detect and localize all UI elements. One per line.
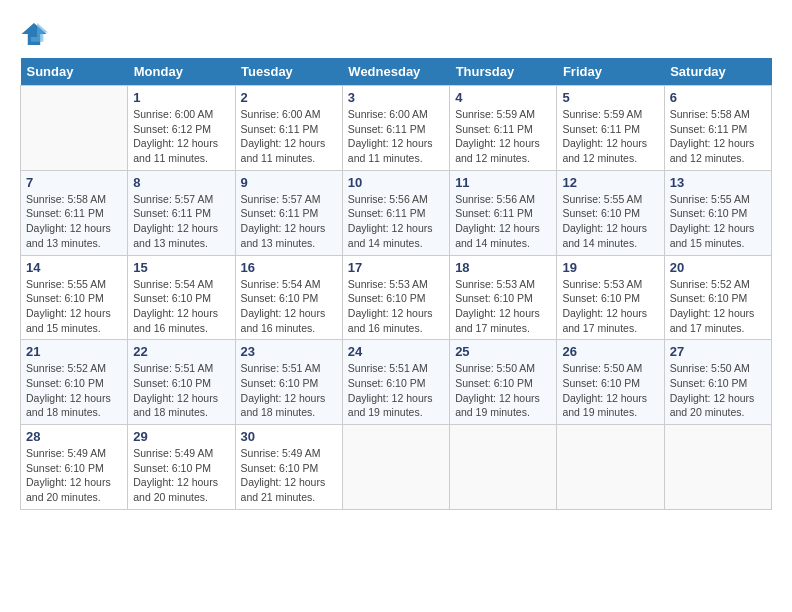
day-number: 22 — [133, 344, 229, 359]
weekday-header-tuesday: Tuesday — [235, 58, 342, 86]
day-number: 30 — [241, 429, 337, 444]
day-number: 12 — [562, 175, 658, 190]
calendar-cell — [450, 425, 557, 510]
calendar-cell: 21Sunrise: 5:52 AM Sunset: 6:10 PM Dayli… — [21, 340, 128, 425]
weekday-header-saturday: Saturday — [664, 58, 771, 86]
calendar-week-row: 7Sunrise: 5:58 AM Sunset: 6:11 PM Daylig… — [21, 170, 772, 255]
calendar-cell: 2Sunrise: 6:00 AM Sunset: 6:11 PM Daylig… — [235, 86, 342, 171]
day-number: 8 — [133, 175, 229, 190]
day-info: Sunrise: 5:51 AM Sunset: 6:10 PM Dayligh… — [241, 361, 337, 420]
day-number: 11 — [455, 175, 551, 190]
day-info: Sunrise: 5:58 AM Sunset: 6:11 PM Dayligh… — [670, 107, 766, 166]
day-info: Sunrise: 5:50 AM Sunset: 6:10 PM Dayligh… — [562, 361, 658, 420]
calendar-cell: 26Sunrise: 5:50 AM Sunset: 6:10 PM Dayli… — [557, 340, 664, 425]
day-info: Sunrise: 5:52 AM Sunset: 6:10 PM Dayligh… — [26, 361, 122, 420]
calendar-cell — [557, 425, 664, 510]
day-info: Sunrise: 5:54 AM Sunset: 6:10 PM Dayligh… — [241, 277, 337, 336]
calendar-cell: 12Sunrise: 5:55 AM Sunset: 6:10 PM Dayli… — [557, 170, 664, 255]
calendar-cell: 13Sunrise: 5:55 AM Sunset: 6:10 PM Dayli… — [664, 170, 771, 255]
calendar-cell: 18Sunrise: 5:53 AM Sunset: 6:10 PM Dayli… — [450, 255, 557, 340]
calendar-week-row: 28Sunrise: 5:49 AM Sunset: 6:10 PM Dayli… — [21, 425, 772, 510]
day-info: Sunrise: 5:55 AM Sunset: 6:10 PM Dayligh… — [670, 192, 766, 251]
day-info: Sunrise: 6:00 AM Sunset: 6:11 PM Dayligh… — [241, 107, 337, 166]
day-info: Sunrise: 5:54 AM Sunset: 6:10 PM Dayligh… — [133, 277, 229, 336]
logo-icon — [20, 20, 48, 48]
day-info: Sunrise: 5:49 AM Sunset: 6:10 PM Dayligh… — [241, 446, 337, 505]
calendar-week-row: 1Sunrise: 6:00 AM Sunset: 6:12 PM Daylig… — [21, 86, 772, 171]
calendar-cell: 4Sunrise: 5:59 AM Sunset: 6:11 PM Daylig… — [450, 86, 557, 171]
day-info: Sunrise: 5:55 AM Sunset: 6:10 PM Dayligh… — [562, 192, 658, 251]
calendar-cell: 28Sunrise: 5:49 AM Sunset: 6:10 PM Dayli… — [21, 425, 128, 510]
day-number: 26 — [562, 344, 658, 359]
day-number: 20 — [670, 260, 766, 275]
day-number: 16 — [241, 260, 337, 275]
calendar-cell: 24Sunrise: 5:51 AM Sunset: 6:10 PM Dayli… — [342, 340, 449, 425]
day-info: Sunrise: 5:55 AM Sunset: 6:10 PM Dayligh… — [26, 277, 122, 336]
day-info: Sunrise: 5:58 AM Sunset: 6:11 PM Dayligh… — [26, 192, 122, 251]
day-number: 13 — [670, 175, 766, 190]
day-number: 15 — [133, 260, 229, 275]
day-number: 27 — [670, 344, 766, 359]
day-info: Sunrise: 5:51 AM Sunset: 6:10 PM Dayligh… — [133, 361, 229, 420]
weekday-header-wednesday: Wednesday — [342, 58, 449, 86]
calendar-cell: 3Sunrise: 6:00 AM Sunset: 6:11 PM Daylig… — [342, 86, 449, 171]
day-number: 14 — [26, 260, 122, 275]
day-number: 23 — [241, 344, 337, 359]
weekday-header-thursday: Thursday — [450, 58, 557, 86]
day-info: Sunrise: 5:49 AM Sunset: 6:10 PM Dayligh… — [133, 446, 229, 505]
weekday-header-row: SundayMondayTuesdayWednesdayThursdayFrid… — [21, 58, 772, 86]
day-number: 28 — [26, 429, 122, 444]
day-info: Sunrise: 5:50 AM Sunset: 6:10 PM Dayligh… — [670, 361, 766, 420]
day-number: 24 — [348, 344, 444, 359]
day-info: Sunrise: 6:00 AM Sunset: 6:12 PM Dayligh… — [133, 107, 229, 166]
page-header — [20, 20, 772, 48]
day-info: Sunrise: 6:00 AM Sunset: 6:11 PM Dayligh… — [348, 107, 444, 166]
calendar-cell: 23Sunrise: 5:51 AM Sunset: 6:10 PM Dayli… — [235, 340, 342, 425]
calendar-cell: 11Sunrise: 5:56 AM Sunset: 6:11 PM Dayli… — [450, 170, 557, 255]
day-number: 25 — [455, 344, 551, 359]
calendar-cell: 19Sunrise: 5:53 AM Sunset: 6:10 PM Dayli… — [557, 255, 664, 340]
day-info: Sunrise: 5:51 AM Sunset: 6:10 PM Dayligh… — [348, 361, 444, 420]
day-number: 3 — [348, 90, 444, 105]
day-number: 9 — [241, 175, 337, 190]
day-number: 5 — [562, 90, 658, 105]
day-number: 6 — [670, 90, 766, 105]
day-number: 19 — [562, 260, 658, 275]
day-info: Sunrise: 5:50 AM Sunset: 6:10 PM Dayligh… — [455, 361, 551, 420]
day-info: Sunrise: 5:57 AM Sunset: 6:11 PM Dayligh… — [241, 192, 337, 251]
day-info: Sunrise: 5:53 AM Sunset: 6:10 PM Dayligh… — [348, 277, 444, 336]
calendar-cell: 10Sunrise: 5:56 AM Sunset: 6:11 PM Dayli… — [342, 170, 449, 255]
calendar-cell — [342, 425, 449, 510]
day-number: 1 — [133, 90, 229, 105]
day-number: 10 — [348, 175, 444, 190]
calendar-table: SundayMondayTuesdayWednesdayThursdayFrid… — [20, 58, 772, 510]
day-info: Sunrise: 5:53 AM Sunset: 6:10 PM Dayligh… — [562, 277, 658, 336]
day-number: 21 — [26, 344, 122, 359]
calendar-cell: 1Sunrise: 6:00 AM Sunset: 6:12 PM Daylig… — [128, 86, 235, 171]
calendar-week-row: 14Sunrise: 5:55 AM Sunset: 6:10 PM Dayli… — [21, 255, 772, 340]
day-info: Sunrise: 5:57 AM Sunset: 6:11 PM Dayligh… — [133, 192, 229, 251]
day-number: 18 — [455, 260, 551, 275]
day-info: Sunrise: 5:53 AM Sunset: 6:10 PM Dayligh… — [455, 277, 551, 336]
calendar-cell: 5Sunrise: 5:59 AM Sunset: 6:11 PM Daylig… — [557, 86, 664, 171]
day-info: Sunrise: 5:59 AM Sunset: 6:11 PM Dayligh… — [455, 107, 551, 166]
weekday-header-monday: Monday — [128, 58, 235, 86]
day-number: 29 — [133, 429, 229, 444]
calendar-cell: 7Sunrise: 5:58 AM Sunset: 6:11 PM Daylig… — [21, 170, 128, 255]
calendar-week-row: 21Sunrise: 5:52 AM Sunset: 6:10 PM Dayli… — [21, 340, 772, 425]
calendar-cell: 30Sunrise: 5:49 AM Sunset: 6:10 PM Dayli… — [235, 425, 342, 510]
day-number: 4 — [455, 90, 551, 105]
day-info: Sunrise: 5:56 AM Sunset: 6:11 PM Dayligh… — [455, 192, 551, 251]
weekday-header-friday: Friday — [557, 58, 664, 86]
weekday-header-sunday: Sunday — [21, 58, 128, 86]
day-info: Sunrise: 5:52 AM Sunset: 6:10 PM Dayligh… — [670, 277, 766, 336]
calendar-cell: 27Sunrise: 5:50 AM Sunset: 6:10 PM Dayli… — [664, 340, 771, 425]
calendar-cell: 16Sunrise: 5:54 AM Sunset: 6:10 PM Dayli… — [235, 255, 342, 340]
day-info: Sunrise: 5:59 AM Sunset: 6:11 PM Dayligh… — [562, 107, 658, 166]
calendar-cell: 9Sunrise: 5:57 AM Sunset: 6:11 PM Daylig… — [235, 170, 342, 255]
calendar-cell: 20Sunrise: 5:52 AM Sunset: 6:10 PM Dayli… — [664, 255, 771, 340]
calendar-cell: 17Sunrise: 5:53 AM Sunset: 6:10 PM Dayli… — [342, 255, 449, 340]
calendar-cell: 22Sunrise: 5:51 AM Sunset: 6:10 PM Dayli… — [128, 340, 235, 425]
calendar-cell — [664, 425, 771, 510]
calendar-cell: 15Sunrise: 5:54 AM Sunset: 6:10 PM Dayli… — [128, 255, 235, 340]
